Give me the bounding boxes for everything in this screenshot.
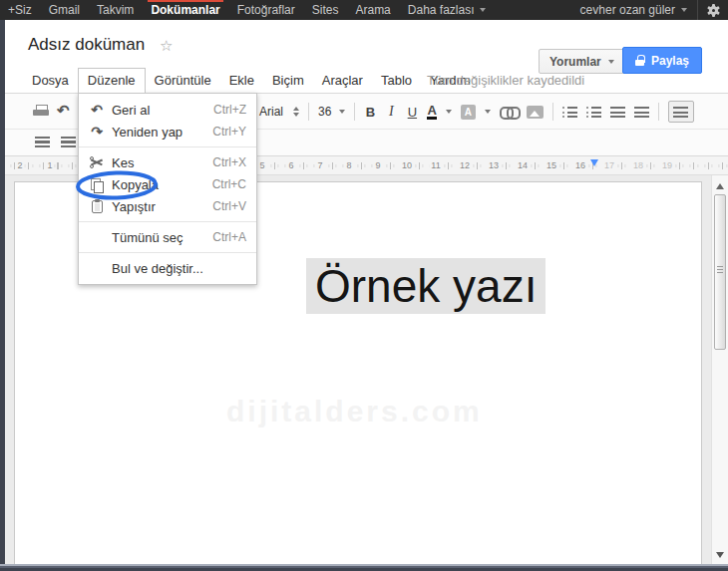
bold-button[interactable]: B xyxy=(364,105,376,120)
align-left-icon xyxy=(673,107,688,118)
ruler-number: 19 xyxy=(660,160,674,170)
menu-item-cut[interactable]: Kes Ctrl+X xyxy=(79,151,256,173)
ruler-number: 10 xyxy=(400,160,414,170)
copy-icon xyxy=(87,178,107,191)
insert-image-icon[interactable] xyxy=(527,106,544,119)
menubar: Dosya Düzenle Görüntüle Ekle Biçim Araçl… xyxy=(23,68,480,93)
ruler-number: 16 xyxy=(573,160,587,170)
highlight-color-button[interactable]: A xyxy=(461,105,476,120)
menu-item-shortcut: Ctrl+A xyxy=(212,230,246,244)
ruler-number: 18 xyxy=(631,160,645,170)
menu-item-select-all[interactable]: Tümünü seç Ctrl+A xyxy=(79,226,256,248)
menu-file[interactable]: Dosya xyxy=(23,68,78,93)
ruler-number: 17 xyxy=(602,160,616,170)
chevron-down-icon xyxy=(608,60,614,64)
ruler-number: 12 xyxy=(458,160,472,170)
document-title[interactable]: Adsız doküman xyxy=(28,35,145,55)
share-button[interactable]: Paylaş xyxy=(622,47,702,74)
menu-insert[interactable]: Ekle xyxy=(220,68,263,93)
menu-item-paste[interactable]: Yapıştır Ctrl+V xyxy=(79,195,256,217)
menu-tools[interactable]: Araçlar xyxy=(313,68,372,93)
menu-item-shortcut: Ctrl+V xyxy=(212,199,246,213)
scroll-down-icon[interactable] xyxy=(716,552,724,558)
vertical-scrollbar[interactable] xyxy=(711,175,728,564)
menu-format[interactable]: Biçim xyxy=(263,68,313,93)
text-color-button[interactable]: A xyxy=(427,105,436,120)
numbered-list-icon[interactable] xyxy=(562,107,577,118)
scroll-up-icon[interactable] xyxy=(716,183,724,189)
menu-item-label: Yapıştır xyxy=(112,199,156,214)
menu-item-shortcut: Ctrl+X xyxy=(212,155,246,169)
menu-item-shortcut: Ctrl+Z xyxy=(213,103,246,117)
font-family-select[interactable]: Arial xyxy=(259,105,299,119)
gear-icon xyxy=(707,4,720,17)
nav-photos[interactable]: Fotoğraflar xyxy=(237,0,295,20)
google-bar-account: cevher ozan güler xyxy=(570,0,728,20)
chevron-down-icon xyxy=(480,8,486,12)
underline-button[interactable]: U xyxy=(406,105,418,120)
menu-item-find-replace[interactable]: Bul ve değiştir... xyxy=(79,257,256,279)
window-frame-bottom xyxy=(0,564,728,571)
print-icon[interactable] xyxy=(33,105,49,119)
menu-item-label: Bul ve değiştir... xyxy=(112,261,203,276)
document-header: Adsız doküman ☆ Yorumlar Paylaş Dosya Dü… xyxy=(5,20,728,93)
ruler-number: 6 xyxy=(286,160,295,170)
undo-icon: ↶ xyxy=(87,103,107,117)
line-spacing-icon[interactable] xyxy=(61,137,76,147)
menu-item-redo[interactable]: ↷ Yeniden yap Ctrl+Y xyxy=(79,121,256,143)
ruler-number: 14 xyxy=(516,160,530,170)
divider xyxy=(354,103,355,121)
cut-icon xyxy=(87,156,107,168)
scrollbar-thumb[interactable] xyxy=(714,194,726,350)
document-text-selected[interactable]: Örnek yazı xyxy=(306,258,546,314)
ruler-number: 1 xyxy=(45,160,54,170)
insert-link-icon[interactable] xyxy=(500,107,518,117)
menu-item-label: Kes xyxy=(112,155,134,170)
divider xyxy=(308,103,309,121)
share-button-label: Paylaş xyxy=(651,54,689,68)
lock-icon xyxy=(635,55,644,66)
google-bar: +Siz Gmail Takvim Dokümanlar Fotoğraflar… xyxy=(0,0,728,20)
right-indent-marker[interactable] xyxy=(590,159,598,166)
watermark-text: dijitalders.com xyxy=(226,395,483,428)
account-menu[interactable]: cevher ozan güler xyxy=(570,0,697,20)
google-docs-window: +Siz Gmail Takvim Dokümanlar Fotoğraflar… xyxy=(0,0,728,571)
italic-button[interactable]: I xyxy=(385,104,397,120)
menu-table[interactable]: Tablo xyxy=(372,68,421,93)
star-icon[interactable]: ☆ xyxy=(160,37,173,55)
menu-view[interactable]: Görüntüle xyxy=(146,68,220,93)
font-size-select[interactable]: 36 xyxy=(318,105,345,119)
nav-calendar[interactable]: Takvim xyxy=(97,0,134,20)
chevron-down-icon xyxy=(681,8,687,12)
nav-more[interactable]: Daha fazlası xyxy=(408,0,486,20)
nav-documents[interactable]: Dokümanlar xyxy=(151,0,219,20)
undo-icon[interactable]: ↶ xyxy=(57,102,70,120)
menu-item-shortcut: Ctrl+Y xyxy=(212,125,246,139)
outdent-icon[interactable] xyxy=(610,107,625,118)
menu-item-copy[interactable]: Kopyala Ctrl+C xyxy=(79,173,256,195)
nav-plus-you[interactable]: +Siz xyxy=(8,0,32,20)
menu-edit[interactable]: Düzenle xyxy=(78,68,146,93)
save-status: Tüm değişiklikler kaydedildi xyxy=(427,73,584,88)
ruler-number: 11 xyxy=(429,160,442,170)
nav-gmail[interactable]: Gmail xyxy=(49,0,80,20)
menu-item-label: Geri al xyxy=(112,103,150,118)
nav-sites[interactable]: Sites xyxy=(312,0,339,20)
chevron-down-icon xyxy=(339,110,345,114)
settings-button[interactable] xyxy=(698,0,728,20)
ruler-number: 5 xyxy=(257,160,266,170)
menu-item-label: Yeniden yap xyxy=(112,125,182,140)
justify-icon[interactable] xyxy=(35,137,50,147)
chevron-down-icon xyxy=(446,110,452,114)
menu-item-label: Tümünü seç xyxy=(112,230,183,245)
redo-icon: ↷ xyxy=(87,125,107,139)
comments-button[interactable]: Yorumlar xyxy=(539,49,625,74)
menu-item-undo[interactable]: ↶ Geri al Ctrl+Z xyxy=(79,99,256,121)
divider xyxy=(552,103,553,121)
indent-icon[interactable] xyxy=(634,107,649,118)
align-left-button[interactable] xyxy=(668,101,694,123)
bulleted-list-icon[interactable] xyxy=(586,107,601,118)
menu-item-label: Kopyala xyxy=(112,177,159,192)
nav-search[interactable]: Arama xyxy=(355,0,390,20)
font-size-value: 36 xyxy=(318,105,331,119)
